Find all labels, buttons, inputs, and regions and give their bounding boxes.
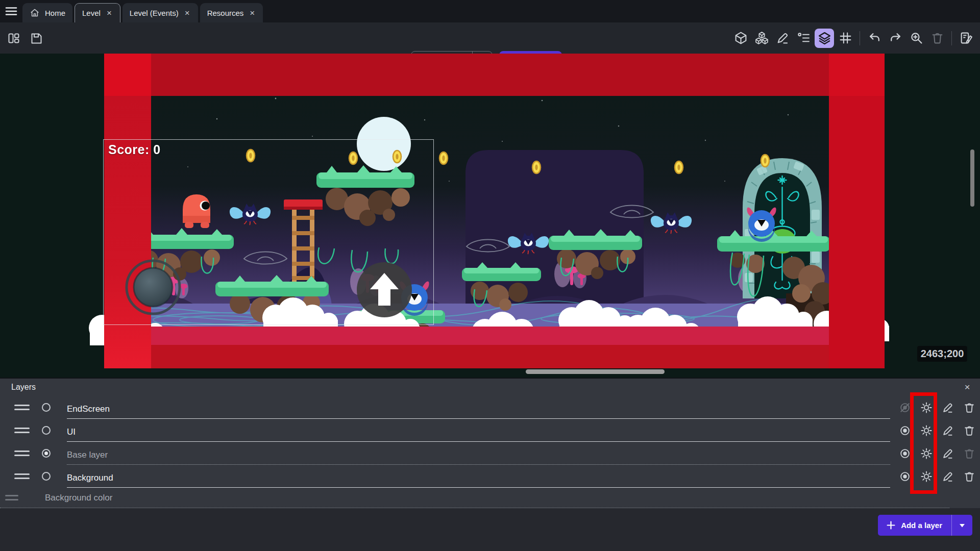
close-panel-icon[interactable]: × [961, 381, 974, 394]
zoom-in-icon[interactable] [906, 29, 926, 48]
coin[interactable] [247, 149, 255, 162]
layer-select-radio[interactable] [42, 426, 51, 435]
rename-pencil-icon[interactable] [937, 443, 959, 464]
cursor-coordinates: 2463;200 [917, 346, 967, 362]
drag-handle-icon[interactable] [14, 405, 30, 410]
background-color-label: Background color [45, 493, 112, 503]
delete-trash-icon [959, 443, 980, 464]
app-window: Home Level × Level (Events) × Resources … [0, 0, 980, 551]
toolbar: Preview Publish [0, 22, 980, 54]
layer-name-field[interactable]: Base layer [67, 442, 890, 465]
enemy-beetle[interactable] [747, 207, 776, 242]
layer-select-radio[interactable] [42, 449, 51, 458]
add-layer-button[interactable]: Add a layer [878, 515, 972, 536]
tab-resources[interactable]: Resources × [200, 3, 263, 22]
drag-handle-icon[interactable] [14, 473, 30, 479]
visibility-off-icon[interactable] [894, 397, 916, 418]
coin[interactable] [439, 152, 448, 164]
effects-sun-icon[interactable] [916, 466, 937, 487]
layer-name-field[interactable]: EndScreen [67, 396, 890, 419]
tab-label: Resources [207, 9, 244, 17]
horizontal-scrollbar[interactable] [526, 369, 665, 374]
coin[interactable] [393, 151, 401, 163]
vertical-scrollbar[interactable] [970, 149, 974, 207]
drag-handle-icon[interactable] [14, 428, 30, 433]
joystick-control[interactable] [127, 261, 180, 314]
instances-list-icon[interactable] [794, 29, 813, 48]
add-layer-label: Add a layer [901, 521, 942, 530]
chevron-down-icon [959, 523, 966, 528]
object-groups-icon[interactable] [752, 29, 771, 48]
layer-row-base: Base layer [0, 442, 980, 465]
drag-handle-icon[interactable] [14, 450, 30, 456]
rename-pencil-icon[interactable] [937, 466, 959, 487]
rename-pencil-icon[interactable] [937, 420, 959, 441]
redo-icon[interactable] [886, 29, 905, 48]
cube-icon[interactable] [731, 29, 750, 48]
coin[interactable] [761, 155, 769, 167]
tab-level[interactable]: Level × [75, 3, 120, 22]
edit-pencil-icon[interactable] [773, 29, 792, 48]
coin[interactable] [532, 161, 541, 173]
moon[interactable] [357, 117, 411, 171]
coin[interactable] [675, 161, 683, 173]
tab-label: Level (Events) [130, 9, 179, 17]
background-color-row: Background color [0, 488, 949, 508]
home-icon [30, 8, 40, 18]
panel-title: Layers [11, 383, 36, 392]
tab-bar: Home Level × Level (Events) × Resources … [0, 0, 980, 22]
add-layer-dropdown[interactable] [952, 523, 972, 528]
toolbar-divider [860, 31, 860, 45]
effects-sun-icon[interactable] [916, 420, 937, 441]
scene-editor-canvas[interactable]: Score: 0 2463;200 [0, 54, 980, 378]
close-tab-icon[interactable]: × [184, 9, 191, 17]
rename-pencil-icon[interactable] [937, 397, 959, 418]
layer-name-field[interactable]: Background [67, 465, 890, 488]
delete-trash-icon[interactable] [959, 397, 980, 418]
grid-icon[interactable] [836, 29, 855, 48]
scene-properties-icon[interactable] [957, 29, 976, 48]
main-menu-icon[interactable] [0, 0, 22, 22]
visibility-eye-icon[interactable] [894, 443, 916, 464]
delete-trash-icon[interactable] [959, 466, 980, 487]
visibility-eye-icon[interactable] [894, 466, 916, 487]
jump-button[interactable] [357, 262, 412, 317]
save-icon[interactable] [27, 29, 46, 48]
layer-select-radio[interactable] [42, 403, 51, 412]
undo-icon[interactable] [865, 29, 884, 48]
layer-select-radio[interactable] [42, 472, 51, 481]
layer-row-background: Background [0, 465, 980, 488]
close-tab-icon[interactable]: × [106, 9, 113, 17]
drag-handle-icon [5, 495, 18, 500]
tab-label: Home [45, 9, 65, 17]
tab-home[interactable]: Home [22, 3, 72, 22]
tab-label: Level [82, 9, 101, 17]
layers-panel: Layers × EndScreen [0, 378, 980, 508]
layer-row-endscreen: EndScreen [0, 396, 980, 419]
game-scene [0, 54, 980, 378]
coin[interactable] [349, 152, 357, 164]
close-tab-icon[interactable]: × [249, 9, 256, 17]
score-label: Score: 0 [108, 142, 161, 157]
effects-sun-icon[interactable] [916, 397, 937, 418]
toolbar-divider [951, 31, 952, 45]
layers-icon[interactable] [815, 29, 834, 48]
bottom-strip: Add a layer [0, 508, 980, 551]
layer-name-field[interactable]: UI [67, 419, 890, 442]
plus-icon [886, 520, 896, 530]
panels-icon[interactable] [4, 29, 23, 48]
visibility-eye-icon[interactable] [894, 420, 916, 441]
effects-sun-icon[interactable] [916, 443, 937, 464]
layer-row-ui: UI [0, 419, 980, 442]
trash-icon [927, 29, 947, 48]
delete-trash-icon[interactable] [959, 420, 980, 441]
tab-level-events[interactable]: Level (Events) × [122, 3, 198, 22]
